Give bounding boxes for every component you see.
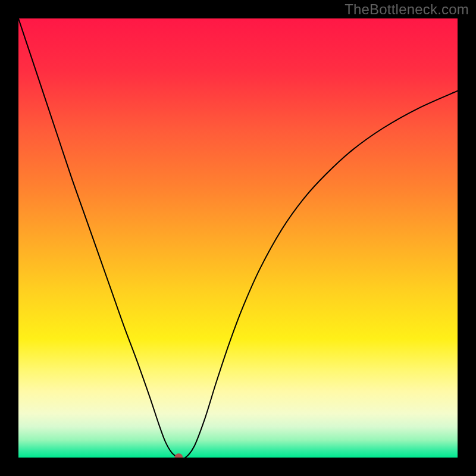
watermark: TheBottleneck.com bbox=[345, 1, 469, 18]
chart-svg bbox=[18, 18, 458, 458]
chart-background bbox=[18, 18, 458, 458]
plot-area bbox=[18, 18, 458, 458]
chart-container: TheBottleneck.com bbox=[0, 0, 476, 476]
